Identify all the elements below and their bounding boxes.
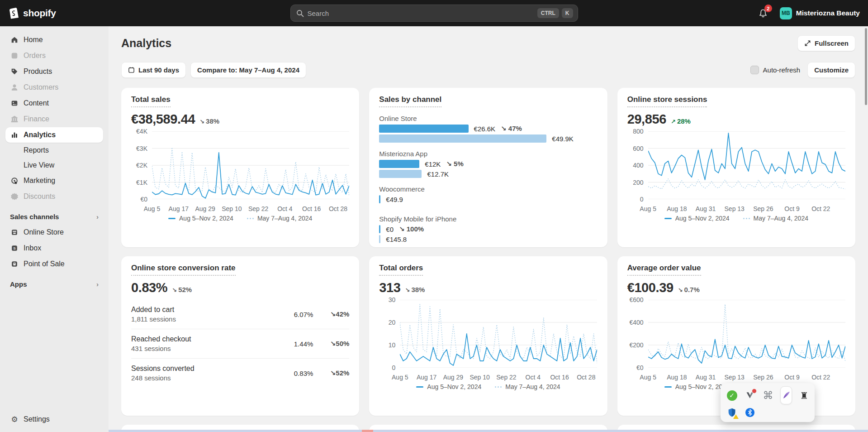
funnel-row-sessions-converted[interactable]: Sessions converted248 sessions 0.83% ↘52… bbox=[131, 358, 349, 388]
orders-value: 313 bbox=[379, 280, 400, 295]
conversion-value: 0.83% bbox=[131, 280, 167, 295]
sales-by-channel-title[interactable]: Sales by channel bbox=[379, 95, 441, 107]
shopify-bag-icon bbox=[8, 7, 20, 19]
tray-hydrant-icon[interactable]: ♜ bbox=[798, 389, 810, 401]
sidebar-item-customers[interactable]: Customers bbox=[5, 80, 103, 95]
channel-bar[interactable] bbox=[379, 225, 380, 233]
customize-button[interactable]: Customize bbox=[807, 62, 855, 78]
sidebar-item-inbox[interactable]: S Inbox bbox=[5, 240, 103, 256]
channel-bar[interactable] bbox=[379, 170, 422, 178]
products-tag-icon bbox=[10, 67, 19, 76]
vertical-scrollbar[interactable] bbox=[865, 28, 867, 105]
date-range-button[interactable]: Last 90 days bbox=[121, 62, 186, 78]
ctrl-key-badge: CTRL bbox=[537, 8, 559, 18]
taskbar-peek[interactable] bbox=[109, 430, 868, 432]
sidebar-item-discounts[interactable]: Discounts bbox=[5, 189, 103, 204]
channel-bar-value: €12K bbox=[425, 160, 441, 168]
channel-bar[interactable] bbox=[379, 160, 419, 168]
channel-bar-row: €26.6K↘ 47% bbox=[379, 125, 597, 133]
conversion-rate-card: Online store conversion rate 0.83% ↘52% … bbox=[121, 256, 359, 416]
channel-bar-row: €145.8 bbox=[379, 235, 597, 243]
conversion-title[interactable]: Online store conversion rate bbox=[131, 264, 236, 276]
shopify-logo[interactable]: shopify bbox=[0, 7, 56, 19]
channel-bar[interactable] bbox=[379, 195, 380, 203]
orders-title[interactable]: Total orders bbox=[379, 264, 423, 276]
inbox-chat-icon: S bbox=[10, 244, 19, 253]
compare-to-button[interactable]: Compare to: May 7–Aug 4, 2024 bbox=[190, 62, 306, 78]
total-sales-chart: €4K€3K€2K€1K€0Aug 5Aug 17Aug 29Sep 10Sep… bbox=[131, 131, 349, 211]
aov-chart: €600€400€200€0Aug 5Aug 18Aug 31Sep 13Sep… bbox=[627, 300, 845, 379]
orders-chart: 3020100Aug 5Aug 17Aug 29Sep 10Sep 22Oct … bbox=[379, 300, 597, 379]
channel-bar[interactable] bbox=[379, 125, 468, 133]
channel-bar-value: €12.7K bbox=[427, 170, 449, 178]
legend-solid-line-icon bbox=[168, 218, 175, 219]
fullscreen-icon bbox=[804, 40, 811, 47]
total-sales-title[interactable]: Total sales bbox=[131, 95, 171, 107]
legend-dotted-line-icon bbox=[247, 218, 254, 219]
apps-header[interactable]: Apps › bbox=[0, 272, 109, 292]
sidebar-item-settings[interactable]: ⚙ Settings bbox=[5, 412, 103, 427]
sidebar-item-point-of-sale[interactable]: Point of Sale bbox=[5, 256, 103, 272]
channel-bar-value: €49.9K bbox=[552, 135, 574, 143]
sales-by-channel-card: Sales by channel Online Store€26.6K↘ 47%… bbox=[369, 88, 607, 247]
sales-channels-header[interactable]: Sales channels › bbox=[0, 205, 109, 224]
tray-shield-warning-icon[interactable] bbox=[726, 407, 738, 418]
avatar: MB bbox=[780, 7, 792, 19]
sidebar-item-products[interactable]: Products bbox=[5, 64, 103, 79]
search-input[interactable]: Search CTRL K bbox=[290, 5, 578, 22]
channel-group: Misteriozna App€12K↘ 5%€12.7K bbox=[379, 150, 597, 178]
gear-icon: ⚙ bbox=[10, 415, 19, 424]
sidebar-item-marketing[interactable]: Marketing bbox=[5, 173, 103, 188]
sidebar-item-reports[interactable]: Reports bbox=[5, 143, 103, 158]
sidebar-item-live-view[interactable]: Live View bbox=[5, 158, 103, 173]
sessions-value: 29,856 bbox=[627, 112, 666, 127]
sessions-chart: 8006004002000Aug 5Aug 18Aug 31Sep 13Sep … bbox=[627, 131, 845, 211]
funnel-row-added-to-cart[interactable]: Added to cart1,811 sessions 6.07% ↘42% bbox=[131, 300, 349, 329]
marketing-target-icon bbox=[10, 176, 19, 185]
chart-legend: Aug 5–Nov 2, 2024 May 7–Aug 4, 2024 bbox=[627, 215, 845, 222]
sidebar: Home Orders Products Customers Content F… bbox=[0, 26, 109, 432]
down-arrow-icon: ↘ bbox=[330, 310, 336, 318]
channel-bar-row: €49.9 bbox=[379, 195, 597, 203]
sidebar-item-home[interactable]: Home bbox=[5, 32, 103, 48]
channel-bar[interactable] bbox=[379, 134, 546, 143]
tray-feather-icon[interactable] bbox=[780, 386, 792, 404]
channel-bar-row: €12.7K bbox=[379, 170, 597, 178]
aov-title[interactable]: Average order value bbox=[627, 264, 701, 276]
channel-label: Shopify Mobile for iPhone bbox=[379, 215, 597, 223]
channel-label: Online Store bbox=[379, 115, 597, 122]
tray-bluetooth-icon[interactable] bbox=[744, 407, 756, 418]
tray-v-app-icon[interactable] bbox=[744, 389, 756, 401]
sidebar-item-online-store[interactable]: Online Store bbox=[5, 225, 103, 240]
channel-bar-delta: ↘ 5% bbox=[446, 160, 463, 168]
channel-bar-delta: ↘ 100% bbox=[399, 225, 424, 233]
sidebar-item-orders[interactable]: Orders bbox=[5, 48, 103, 63]
analytics-bars-icon bbox=[10, 130, 19, 139]
user-menu[interactable]: MB Misteriozna Beauty bbox=[780, 7, 860, 19]
channel-bar-row: €49.9K bbox=[379, 134, 597, 143]
chevron-right-icon: › bbox=[96, 280, 99, 288]
legend-dotted-line-icon bbox=[495, 386, 502, 388]
auto-refresh-toggle[interactable]: Auto-refresh bbox=[750, 66, 801, 74]
legend-solid-line-icon bbox=[664, 386, 672, 388]
online-store-sessions-card: Online store sessions 29,856 ↗28% 800600… bbox=[617, 88, 855, 247]
sessions-title[interactable]: Online store sessions bbox=[627, 95, 707, 107]
tray-green-check-icon[interactable]: ✓ bbox=[726, 389, 738, 401]
sidebar-item-finance[interactable]: Finance bbox=[5, 111, 103, 127]
svg-text:S: S bbox=[13, 246, 16, 250]
search-placeholder: Search bbox=[308, 10, 535, 17]
taskbar-highlighted-app[interactable] bbox=[362, 430, 373, 432]
down-arrow-icon: ↘ bbox=[678, 287, 683, 293]
notifications-button[interactable]: 2 bbox=[756, 6, 770, 20]
sidebar-item-analytics[interactable]: Analytics bbox=[5, 127, 103, 143]
channel-bar[interactable] bbox=[379, 235, 380, 243]
tray-knot-icon[interactable]: ⌘ bbox=[762, 389, 774, 401]
fullscreen-button[interactable]: Fullscreen bbox=[797, 35, 855, 51]
channel-group: Woocommerce€49.9 bbox=[379, 185, 597, 203]
sidebar-item-content[interactable]: Content bbox=[5, 96, 103, 111]
funnel-row-reached-checkout[interactable]: Reached checkout431 sessions 1.44% ↘50% bbox=[131, 329, 349, 358]
tray-error-badge bbox=[752, 389, 757, 394]
sessions-delta: ↗28% bbox=[671, 117, 691, 125]
total-sales-delta: ↘38% bbox=[199, 117, 219, 125]
auto-refresh-checkbox[interactable] bbox=[750, 66, 759, 74]
